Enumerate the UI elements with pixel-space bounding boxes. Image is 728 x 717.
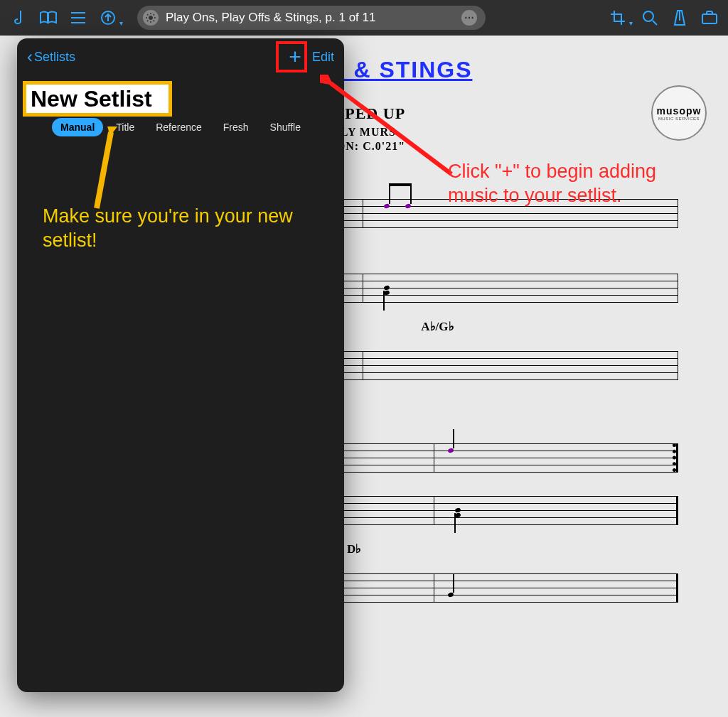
- upload-icon[interactable]: [95, 5, 121, 31]
- crop-icon[interactable]: [605, 5, 631, 31]
- note-icon[interactable]: [6, 5, 31, 31]
- upload-caret-icon[interactable]: ▾: [119, 19, 123, 27]
- ellipsis-icon[interactable]: ⋯: [461, 10, 477, 26]
- menu-icon[interactable]: [65, 5, 91, 31]
- document-title: Play Ons, Play Offs & Stings, p. 1 of 11: [166, 11, 375, 25]
- filter-row: Manual Title Reference Fresh Shuffle: [17, 118, 344, 136]
- filter-reference[interactable]: Reference: [147, 118, 210, 136]
- filter-shuffle[interactable]: Shuffle: [262, 118, 309, 136]
- library-icon[interactable]: [36, 5, 61, 31]
- back-label: Setlists: [34, 50, 75, 65]
- back-button[interactable]: ‹ Setlists: [27, 47, 75, 67]
- edit-button[interactable]: Edit: [312, 50, 334, 65]
- svg-point-2: [643, 11, 653, 21]
- chevron-left-icon: ‹: [27, 47, 33, 67]
- crop-caret-icon[interactable]: ▾: [629, 19, 633, 27]
- annotation-title-highlight: New Setlist: [23, 81, 172, 117]
- search-icon[interactable]: [637, 5, 663, 31]
- annotation-yellow-text: Make sure you're in your new setlist!: [43, 205, 299, 253]
- filter-title[interactable]: Title: [107, 118, 143, 136]
- filter-manual[interactable]: Manual: [52, 118, 103, 136]
- top-toolbar: ▾ Play Ons, Play Offs & Stings, p. 1 of …: [0, 0, 728, 36]
- gear-icon[interactable]: [143, 10, 159, 26]
- filter-fresh[interactable]: Fresh: [215, 118, 257, 136]
- setlist-panel: ‹ Setlists + Edit New Setlist Manual Tit…: [17, 38, 344, 692]
- add-button[interactable]: +: [282, 44, 308, 70]
- logo-badge: musopw MUSIC SERVICES: [651, 85, 707, 141]
- briefcase-icon[interactable]: [697, 5, 722, 31]
- plus-icon: +: [289, 45, 301, 69]
- svg-rect-3: [702, 14, 717, 23]
- title-pill[interactable]: Play Ons, Play Offs & Stings, p. 1 of 11…: [137, 6, 486, 30]
- annotation-red-text: Click "+" to begin adding music to your …: [448, 160, 682, 208]
- svg-point-1: [149, 16, 153, 20]
- metronome-icon[interactable]: [667, 5, 692, 31]
